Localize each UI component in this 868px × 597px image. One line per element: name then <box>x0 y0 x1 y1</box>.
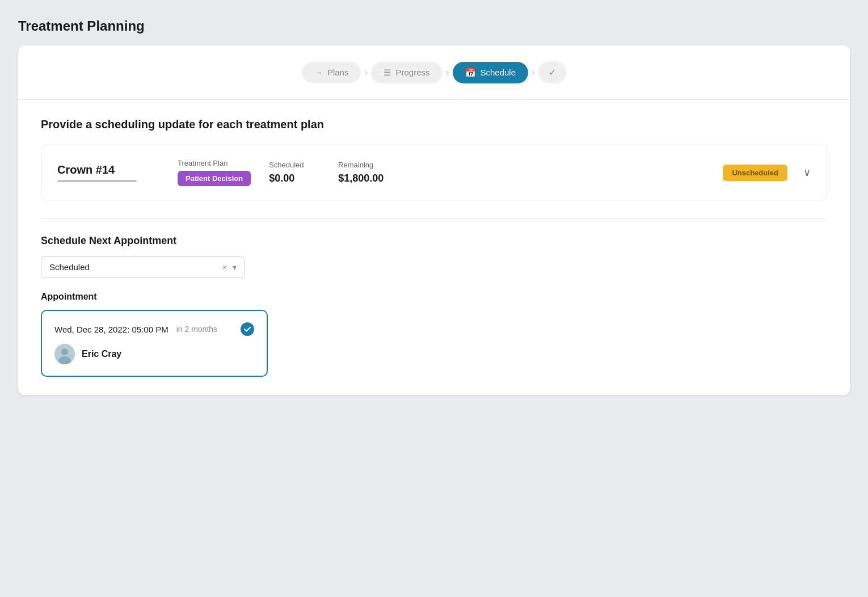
treatment-card-right: Unscheduled ∨ <box>723 165 811 181</box>
schedule-label: Schedule <box>481 68 516 77</box>
progress-label: Progress <box>395 68 429 77</box>
treatment-plan-card: Crown #14 Treatment Plan Patient Decisio… <box>41 145 827 200</box>
clear-icon[interactable]: × <box>222 263 227 272</box>
scheduled-amount: $0.00 <box>269 173 294 184</box>
schedule-icon: 📅 <box>465 68 476 78</box>
remaining-col: Remaining $1,800.00 <box>338 161 389 184</box>
schedule-section-heading: Schedule Next Appointment <box>41 235 827 247</box>
step-sep-2: › <box>444 66 452 78</box>
remaining-label: Remaining <box>338 161 373 169</box>
section-content: Provide a scheduling update for each tre… <box>18 100 850 395</box>
expand-chevron-icon[interactable]: ∨ <box>803 166 811 179</box>
appointment-relative-time: in 2 months <box>176 325 217 334</box>
plans-icon: → <box>314 68 323 77</box>
svg-point-1 <box>61 348 68 355</box>
page-title: Treatment Planning <box>18 18 850 34</box>
wizard-steps: → Plans › ☰ Progress › 📅 Schedule › ✓ <box>18 45 850 100</box>
section-divider <box>41 218 827 219</box>
treatment-plan-col: Treatment Plan Patient Decision <box>178 159 251 186</box>
treatment-title: Crown #14 <box>57 163 159 176</box>
treatment-name: Crown #14 <box>57 163 159 182</box>
appointment-datetime-row: Wed, Dec 28, 2022: 05:00 PM in 2 months <box>54 322 254 336</box>
avatar <box>54 344 75 364</box>
tab-schedule[interactable]: 📅 Schedule <box>453 62 529 83</box>
tab-complete[interactable]: ✓ <box>538 61 566 83</box>
unscheduled-badge: Unscheduled <box>723 165 787 181</box>
plan-label: Treatment Plan <box>178 159 227 167</box>
appointment-provider-row: Eric Cray <box>54 344 254 364</box>
main-card: → Plans › ☰ Progress › 📅 Schedule › ✓ Pr… <box>18 45 850 395</box>
complete-icon: ✓ <box>549 67 556 78</box>
tab-plans[interactable]: → Plans <box>302 62 361 83</box>
progress-icon: ☰ <box>384 68 391 78</box>
remaining-amount: $1,800.00 <box>338 173 384 184</box>
patient-decision-badge: Patient Decision <box>178 171 251 186</box>
section-heading: Provide a scheduling update for each tre… <box>41 118 827 131</box>
scheduled-label: Scheduled <box>269 161 304 169</box>
schedule-dropdown-value: Scheduled <box>49 262 90 272</box>
provider-name: Eric Cray <box>82 349 121 359</box>
appointment-check-circle <box>241 322 254 336</box>
appointment-card: Wed, Dec 28, 2022: 05:00 PM in 2 months <box>41 310 268 377</box>
schedule-dropdown-wrapper: Scheduled × ▾ <box>41 256 827 278</box>
chevron-down-icon[interactable]: ▾ <box>233 263 237 272</box>
treatment-name-bar <box>57 180 137 182</box>
schedule-dropdown-icons: × ▾ <box>222 263 237 272</box>
plans-label: Plans <box>327 68 349 77</box>
scheduled-col: Scheduled $0.00 <box>269 161 320 184</box>
tab-progress[interactable]: ☰ Progress <box>371 62 442 83</box>
appointment-heading: Appointment <box>41 292 827 302</box>
appointment-date-text: Wed, Dec 28, 2022: 05:00 PM <box>54 325 168 334</box>
schedule-dropdown[interactable]: Scheduled × ▾ <box>41 256 245 278</box>
step-sep-3: › <box>529 66 537 78</box>
step-sep-1: › <box>362 66 370 78</box>
